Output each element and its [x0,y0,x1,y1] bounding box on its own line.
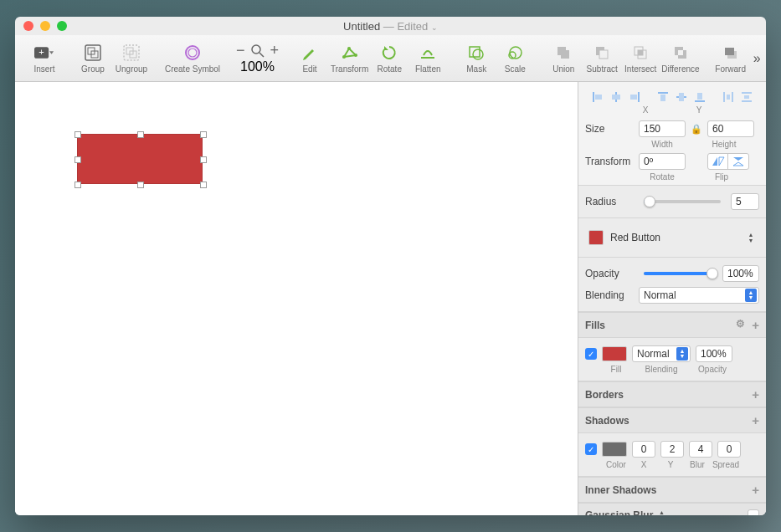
add-border-icon[interactable]: + [752,387,759,402]
align-controls [585,87,759,104]
opacity-label: Opacity [585,268,634,279]
svg-point-9 [252,45,260,54]
flatten-button[interactable]: Flatten [410,43,445,74]
ungroup-button[interactable]: Ungroup [114,43,149,74]
chevron-updown-icon[interactable]: ▲▼ [656,509,666,515]
radius-slider[interactable] [644,200,721,203]
forward-icon [721,43,741,63]
shadow-blur-input[interactable] [689,441,712,458]
group-button[interactable]: Group [75,43,110,74]
fill-checkbox[interactable]: ✓ [585,348,597,360]
svg-rect-26 [595,95,602,100]
gaussian-checkbox[interactable] [748,509,759,515]
doc-status: Edited [397,20,428,33]
ungroup-icon [121,43,141,63]
width-input[interactable] [639,120,686,137]
opacity-input[interactable] [722,265,759,282]
fill-opacity-input[interactable] [696,345,732,362]
zoom-control[interactable]: − + 100% [236,42,279,74]
rotate-icon [379,43,399,63]
titlebar: Untitled — Edited ⌄ [15,17,766,35]
fill-color-swatch[interactable] [602,346,627,361]
union-button[interactable]: Union [546,43,581,74]
fills-header: Fills ⚙+ [578,312,766,338]
intersect-button[interactable]: Intersect [623,43,658,74]
blending-select[interactable]: Normal▲▼ [639,287,759,304]
svg-point-16 [473,49,483,59]
flip-h-icon[interactable] [708,154,728,169]
svg-line-10 [259,53,264,57]
inner-shadows-header: Inner Shadows+ [578,477,766,503]
scale-button[interactable]: Scale [497,43,532,74]
borders-header: Borders+ [578,381,766,407]
flip-segment[interactable] [707,153,749,170]
flip-v-icon[interactable] [728,154,748,169]
shadow-y-input[interactable] [660,441,684,458]
zoom-out-icon[interactable]: − [236,42,245,59]
align-right-icon[interactable] [627,90,642,104]
difference-button[interactable]: Difference [661,43,699,74]
shadow-checkbox[interactable]: ✓ [585,443,597,455]
align-bottom-icon[interactable] [692,90,707,104]
transform-button[interactable]: Transform [331,43,368,74]
svg-rect-34 [679,93,684,101]
svg-rect-28 [612,95,620,100]
magnifier-icon [250,43,265,59]
edit-button[interactable]: Edit [292,43,327,74]
align-vcenter-icon[interactable] [674,90,689,104]
toolbar-overflow-icon[interactable]: » [753,49,761,68]
svg-point-11 [342,55,346,59]
selected-shape[interactable] [77,134,203,184]
svg-rect-32 [660,95,665,101]
align-left-icon[interactable] [590,90,605,104]
flatten-icon [418,43,438,63]
fill-blend-select[interactable]: Normal▲▼ [632,345,691,362]
create-symbol-button[interactable]: Create Symbol [162,43,223,74]
window-title[interactable]: Untitled — Edited ⌄ [15,20,766,33]
subtract-button[interactable]: Subtract [584,43,619,74]
forward-button[interactable]: Forward [713,43,748,74]
mask-button[interactable]: Mask [459,43,494,74]
difference-icon [671,43,691,63]
rotate-input[interactable] [639,153,686,170]
radius-input[interactable] [731,193,759,210]
insert-button[interactable]: + Insert [27,43,62,74]
add-fill-icon[interactable]: + [752,318,759,332]
svg-text:+: + [39,47,44,57]
subtract-icon [592,43,612,63]
align-top-icon[interactable] [655,90,671,104]
svg-rect-36 [697,93,702,100]
stepper-icon[interactable]: ▲▼ [746,231,756,244]
layer-swatch-icon [588,230,604,245]
pencil-icon [300,43,320,63]
rotate-button[interactable]: Rotate [372,43,407,74]
axis-x-label: X [643,105,649,115]
height-input[interactable] [707,120,754,137]
shadow-x-input[interactable] [632,441,655,458]
size-label: Size [585,123,634,135]
shadows-header: Shadows+ [578,407,766,433]
svg-rect-42 [744,95,749,99]
blending-label: Blending [585,289,634,301]
shadow-color-swatch[interactable] [602,442,627,457]
add-inner-shadow-icon[interactable]: + [752,483,759,497]
add-shadow-icon[interactable]: + [752,413,759,427]
distribute-h-icon[interactable] [721,90,736,104]
group-icon [83,43,103,63]
lock-icon[interactable]: 🔒 [691,123,702,135]
symbol-icon [182,43,203,63]
shadow-spread-input[interactable] [717,441,741,458]
gear-icon[interactable]: ⚙ [736,318,745,332]
axis-y-label: Y [696,105,702,115]
layer-name-row[interactable]: Red Button ▲▼ [585,223,759,252]
distribute-v-icon[interactable] [739,90,754,104]
chevron-down-icon: ⌄ [431,23,438,31]
opacity-slider[interactable] [644,272,712,275]
svg-point-13 [354,54,357,57]
inspector: XY Size 🔒 WidthHeight Transform [578,82,766,515]
zoom-in-icon[interactable]: + [270,42,280,59]
intersect-icon [630,43,650,63]
canvas[interactable] [15,82,578,515]
union-icon [553,43,573,63]
align-hcenter-icon[interactable] [609,90,624,104]
